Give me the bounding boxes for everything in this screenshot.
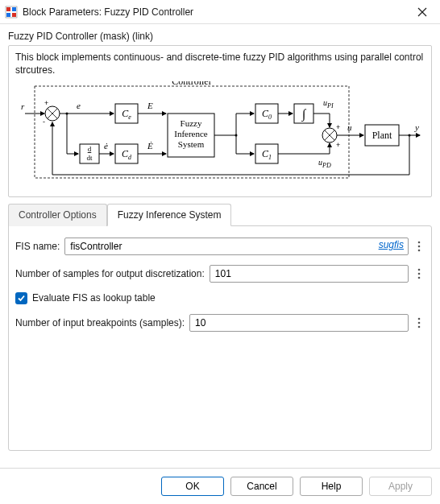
svg-text:+: +: [336, 141, 340, 149]
block-diagram: Controller r + - e Ce E d dt: [15, 81, 425, 186]
breakpoints-input[interactable]: [189, 314, 409, 332]
svg-text:-: -: [43, 118, 45, 126]
breakpoints-menu-icon[interactable]: [413, 314, 425, 332]
help-button[interactable]: Help: [300, 477, 363, 496]
svg-point-73: [418, 245, 421, 247]
description-text: This block implements continuous- and di…: [15, 51, 425, 76]
svg-point-77: [418, 276, 421, 279]
svg-text:+: +: [44, 99, 48, 107]
svg-point-80: [418, 325, 421, 328]
num-samples-label: Number of samples for output discretizat…: [15, 268, 205, 279]
svg-text:Controller: Controller: [172, 81, 211, 87]
ok-button[interactable]: OK: [161, 477, 224, 496]
tab-panel-fis: FIS name: sugfis Number of samples for o…: [8, 225, 432, 451]
breakpoints-label: Number of input breakpoints (samples):: [15, 317, 185, 328]
svg-point-71: [235, 134, 238, 137]
svg-rect-2: [12, 7, 16, 11]
window-title: Block Parameters: Fuzzy PID Controller: [23, 6, 411, 18]
num-samples-input[interactable]: [210, 265, 409, 283]
fis-name-label: FIS name:: [15, 241, 60, 252]
lookup-checkbox[interactable]: [15, 292, 27, 304]
svg-text:r: r: [21, 101, 25, 111]
num-samples-menu-icon[interactable]: [413, 265, 425, 283]
svg-text:Plant: Plant: [372, 130, 392, 141]
svg-text:E: E: [147, 101, 153, 110]
cancel-button[interactable]: Cancel: [230, 477, 293, 496]
svg-text:uPD: uPD: [318, 158, 331, 169]
svg-text:Inference: Inference: [174, 129, 208, 138]
svg-rect-4: [12, 13, 16, 17]
svg-point-69: [409, 134, 411, 137]
app-icon: [5, 6, 18, 19]
svg-point-76: [418, 272, 421, 275]
fis-name-menu-icon[interactable]: [413, 238, 425, 255]
footer: OK Cancel Help Apply: [0, 468, 440, 504]
svg-point-79: [418, 321, 421, 324]
apply-button: Apply: [369, 477, 432, 496]
svg-rect-1: [6, 7, 10, 11]
svg-point-72: [418, 241, 421, 243]
fis-name-input[interactable]: [64, 238, 409, 255]
svg-text:Ė: Ė: [147, 141, 153, 151]
svg-point-78: [418, 317, 421, 320]
fis-type-link[interactable]: sugfis: [379, 239, 404, 250]
tab-bar: Controller Options Fuzzy Inference Syste…: [8, 204, 432, 226]
svg-text:dt: dt: [86, 154, 93, 162]
svg-text:ė: ė: [104, 141, 108, 151]
svg-text:uPI: uPI: [323, 98, 334, 109]
lookup-label: Evaluate FIS as lookup table: [32, 292, 156, 304]
svg-text:y: y: [414, 122, 419, 132]
tab-fuzzy-inference-system[interactable]: Fuzzy Inference System: [107, 204, 232, 226]
svg-text:Fuzzy: Fuzzy: [181, 118, 202, 128]
svg-point-74: [418, 249, 421, 251]
svg-text:e: e: [77, 101, 81, 110]
mask-title: Fuzzy PID Controller (mask) (link): [8, 31, 432, 42]
svg-point-75: [418, 268, 421, 271]
svg-text:+: +: [336, 123, 340, 131]
svg-text:System: System: [178, 139, 205, 149]
svg-text:d: d: [88, 145, 92, 153]
titlebar: Block Parameters: Fuzzy PID Controller: [0, 0, 440, 24]
tab-controller-options[interactable]: Controller Options: [8, 204, 107, 226]
description-box: This block implements continuous- and di…: [8, 45, 432, 197]
svg-point-70: [66, 113, 68, 115]
close-button[interactable]: [411, 4, 434, 20]
svg-text:u: u: [347, 122, 352, 132]
svg-rect-3: [6, 13, 10, 17]
